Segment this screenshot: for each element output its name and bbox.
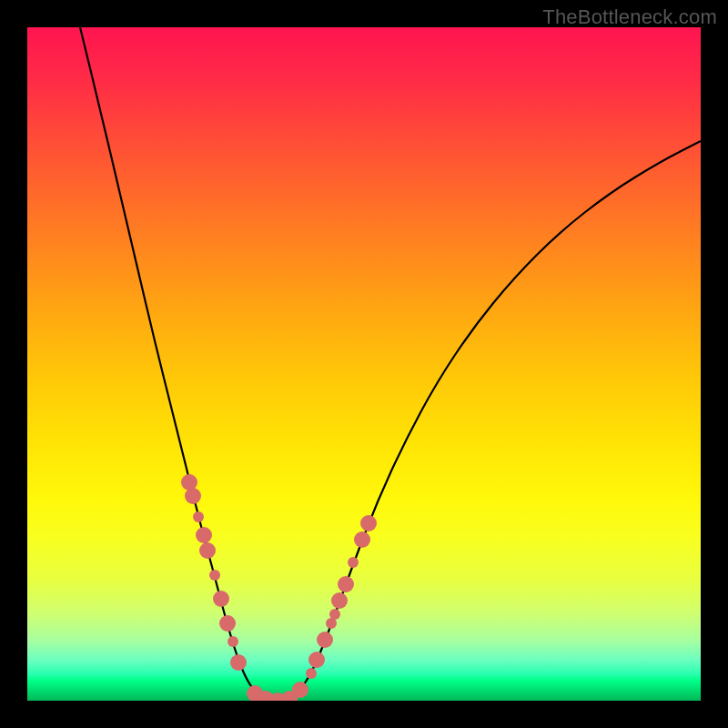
watermark-text: TheBottleneck.com	[542, 5, 717, 29]
scatter-markers	[181, 474, 377, 701]
curve-svg	[27, 27, 701, 701]
scatter-point	[338, 576, 354, 592]
scatter-point	[329, 609, 340, 620]
left-branch-curve	[80, 27, 278, 701]
scatter-point	[317, 632, 333, 648]
plot-area	[27, 27, 701, 701]
scatter-point	[331, 592, 348, 609]
scatter-point	[185, 488, 201, 504]
scatter-point	[360, 515, 377, 531]
right-branch-curve	[278, 141, 701, 701]
scatter-point	[230, 654, 247, 671]
scatter-point	[306, 668, 317, 679]
scatter-point	[292, 682, 308, 698]
scatter-point	[209, 570, 220, 581]
scatter-point	[228, 636, 238, 647]
scatter-point	[213, 591, 229, 607]
scatter-point	[354, 531, 370, 548]
scatter-point	[348, 557, 359, 568]
scatter-point	[219, 615, 236, 632]
scatter-point	[193, 511, 204, 522]
scatter-point	[199, 542, 216, 559]
scatter-point	[308, 652, 325, 668]
scatter-point	[196, 527, 212, 543]
chart-container: TheBottleneck.com	[0, 0, 728, 728]
